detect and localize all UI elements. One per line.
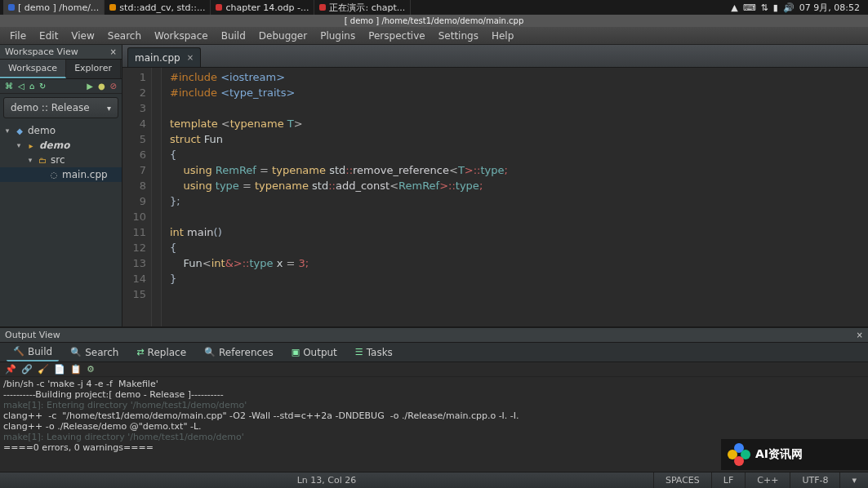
window-title: [ demo ] /home/test1/demo/demo/main.cpp — [0, 15, 868, 27]
editor-area: main.cpp × 123456789101112131415 #includ… — [122, 45, 868, 326]
search-icon: 🔍 — [70, 347, 82, 357]
menubar: File Edit View Search Workspace Build De… — [0, 27, 868, 45]
menu-view[interactable]: View — [65, 28, 100, 44]
tree-folder[interactable]: ▾▸demo — [0, 138, 122, 153]
workspace-panel: Workspace View × Workspace Explorer ⌘ ◁ … — [0, 45, 122, 326]
copy-icon[interactable]: 📄 — [54, 364, 65, 375]
output-tabs: 🔨Build 🔍Search ⇄Replace 🔍References ▣Out… — [0, 343, 868, 362]
close-icon[interactable]: × — [110, 47, 117, 56]
menu-edit[interactable]: Edit — [33, 28, 65, 44]
pin-icon[interactable]: 📌 — [5, 364, 16, 375]
paste-icon[interactable]: 📋 — [70, 364, 82, 375]
task-label: chapter 14.odp -... — [225, 2, 309, 13]
status-bar: Ln 13, Col 26 SPACES LF C++ UTF-8 ▾ — [0, 472, 868, 488]
menu-file[interactable]: File — [3, 28, 33, 44]
link-icon[interactable]: 🔗 — [21, 364, 33, 375]
refresh-icon[interactable]: ↻ — [39, 82, 46, 91]
tab-workspace[interactable]: Workspace — [0, 60, 66, 78]
line-gutter: 123456789101112131415 — [122, 68, 152, 326]
volume-icon[interactable]: 🔊 — [783, 2, 795, 13]
tree-folder[interactable]: ▾🗀src — [0, 153, 122, 167]
menu-help[interactable]: Help — [485, 28, 520, 44]
eol-mode[interactable]: LF — [711, 472, 745, 488]
build-icon[interactable]: ● — [98, 82, 105, 91]
config-label: demo :: Release — [11, 102, 90, 113]
menu-plugins[interactable]: Plugins — [314, 28, 362, 44]
link-icon[interactable]: ⌘ — [5, 82, 13, 91]
menu-build[interactable]: Build — [215, 28, 252, 44]
tree-twisty-icon[interactable]: ▾ — [3, 126, 11, 135]
chevron-down-icon: ▾ — [107, 104, 111, 113]
panel-title: Output View — [5, 330, 60, 340]
project-tree: ▾◆demo ▾▸demo ▾🗀src ◌main.cpp — [0, 122, 122, 184]
app-icon — [216, 4, 222, 11]
tab-explorer[interactable]: Explorer — [66, 60, 121, 78]
references-icon: 🔍 — [204, 347, 216, 357]
app-icon — [8, 4, 15, 11]
app-icon — [319, 4, 326, 11]
cursor-position: Ln 13, Col 26 — [0, 475, 653, 486]
panel-tabs: Workspace Explorer — [0, 60, 122, 79]
task-item[interactable]: [ demo ] /home/... — [3, 0, 105, 15]
clear-icon[interactable]: 🧹 — [38, 364, 49, 375]
menu-search[interactable]: Search — [101, 28, 148, 44]
tree-root[interactable]: ▾◆demo — [0, 123, 122, 138]
panel-header: Workspace View × — [0, 45, 122, 60]
clock[interactable]: 07 9月, 08:52 — [799, 2, 860, 14]
keyboard-icon[interactable]: ⌨ — [743, 2, 756, 13]
nav-icon[interactable]: ◁ — [18, 82, 24, 91]
config-selector[interactable]: demo :: Release ▾ — [3, 97, 118, 118]
folder-icon: 🗀 — [38, 155, 47, 165]
menu-debugger[interactable]: Debugger — [252, 28, 314, 44]
menu-perspective[interactable]: Perspective — [362, 28, 432, 44]
editor-tabs: main.cpp × — [122, 45, 868, 68]
terminal-icon: ▣ — [292, 347, 300, 357]
editor-tab[interactable]: main.cpp × — [127, 47, 201, 67]
warning-icon[interactable]: ▲ — [731, 2, 737, 13]
tab-build[interactable]: 🔨Build — [7, 344, 59, 362]
build-icon: 🔨 — [13, 346, 24, 357]
system-tray: ▲ ⌨ ⇅ ▮ 🔊 07 9月, 08:52 — [726, 2, 865, 14]
tree-twisty-icon[interactable]: ▾ — [26, 156, 34, 164]
stop-icon[interactable]: ⊘ — [110, 82, 117, 91]
task-label: [ demo ] /home/... — [18, 2, 99, 13]
tab-references[interactable]: 🔍References — [198, 344, 280, 361]
tasks-icon: ☰ — [355, 347, 363, 357]
tab-label: main.cpp — [135, 52, 180, 64]
tab-search[interactable]: 🔍Search — [64, 344, 125, 361]
language-mode[interactable]: C++ — [745, 472, 790, 488]
close-icon[interactable]: × — [187, 53, 194, 62]
indent-mode[interactable]: SPACES — [653, 472, 711, 488]
menu-icon[interactable]: ▾ — [839, 472, 868, 488]
panel-toolbar: ⌘ ◁ ⌂ ↻ ▶ ● ⊘ — [0, 79, 122, 94]
tab-replace[interactable]: ⇄Replace — [130, 344, 193, 361]
battery-icon[interactable]: ▮ — [773, 2, 778, 13]
tree-file[interactable]: ◌main.cpp — [0, 167, 122, 182]
panel-title: Workspace View — [5, 47, 78, 57]
output-panel: Output View × 🔨Build 🔍Search ⇄Replace 🔍R… — [0, 326, 868, 472]
menu-workspace[interactable]: Workspace — [148, 28, 215, 44]
tree-twisty-icon[interactable]: ▾ — [15, 141, 23, 149]
project-icon: ◆ — [15, 126, 24, 135]
gear-icon[interactable]: ⚙ — [87, 364, 95, 375]
encoding[interactable]: UTF-8 — [790, 472, 839, 488]
output-text[interactable]: /bin/sh -c 'make -j 4 -e -f Makefile'---… — [0, 377, 868, 472]
output-toolbar: 📌 🔗 🧹 📄 📋 ⚙ — [0, 362, 868, 377]
tab-tasks[interactable]: ☰Tasks — [349, 344, 399, 361]
run-icon[interactable]: ▶ — [87, 82, 93, 91]
app-icon — [109, 4, 116, 11]
close-icon[interactable]: × — [857, 331, 863, 339]
wifi-icon[interactable]: ⇅ — [761, 2, 768, 13]
code-editor[interactable]: 123456789101112131415 #include <iostream… — [122, 68, 868, 326]
code-content[interactable]: #include <iostream> #include <type_trait… — [162, 68, 516, 326]
tree-label: demo — [28, 125, 56, 136]
task-item[interactable]: std::add_cv, std::... — [105, 0, 211, 15]
home-icon[interactable]: ⌂ — [29, 82, 34, 91]
file-icon: ◌ — [49, 170, 59, 180]
tab-output[interactable]: ▣Output — [285, 344, 344, 361]
menu-settings[interactable]: Settings — [432, 28, 485, 44]
tree-label: main.cpp — [62, 169, 108, 180]
task-item[interactable]: chapter 14.odp -... — [211, 0, 314, 15]
os-taskbar: [ demo ] /home/... std::add_cv, std::...… — [0, 0, 868, 15]
task-item[interactable]: 正在演示: chapt... — [314, 0, 411, 15]
